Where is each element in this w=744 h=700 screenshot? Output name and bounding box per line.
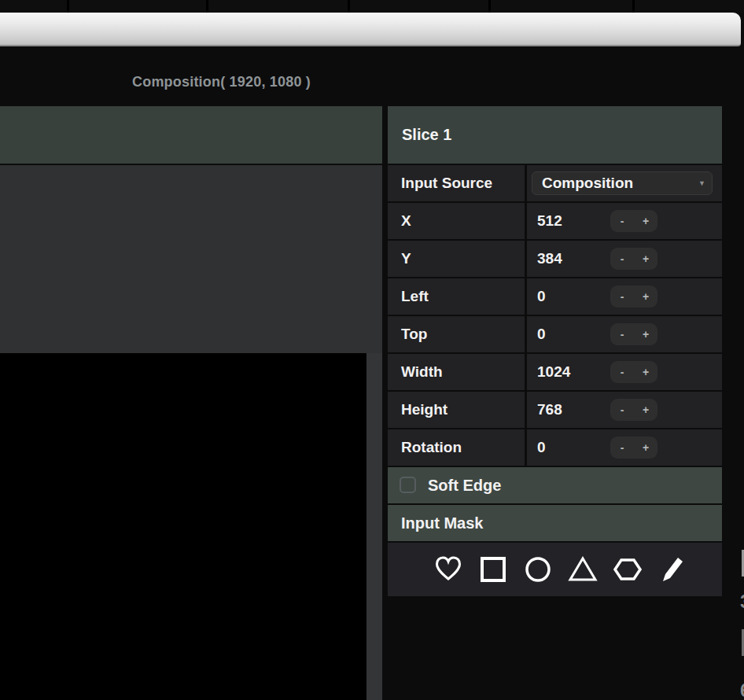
slice-field-row: Y 384 - + (388, 241, 722, 277)
stepper-plus-button[interactable]: + (634, 248, 657, 270)
advanced-output-window: Composition( 1920, 1080 ) Slice 1 Input … (0, 0, 744, 700)
stepper-plus-button[interactable]: + (634, 286, 657, 308)
value-stepper: - + (610, 399, 657, 421)
slice-field-rows: X 512 - + Y 384 - + Left 0 - + (388, 203, 722, 466)
stage-background-panel (0, 165, 382, 353)
square-icon (479, 555, 507, 584)
slice-field-row: Height 768 - + (388, 392, 722, 428)
square-mask-button[interactable] (479, 554, 507, 584)
slice-title: Slice 1 (388, 106, 722, 164)
top-tab-strip (0, 0, 744, 13)
stepper-minus-button[interactable]: - (610, 361, 634, 383)
field-value[interactable]: 768 (537, 401, 562, 418)
slice-properties-panel: Slice 1 Input Source Composition ▼ X 512… (388, 106, 722, 596)
clipped-edge-digit: 6 (740, 681, 744, 700)
hexagon-mask-button[interactable] (613, 554, 642, 584)
slice-field-row: Left 0 - + (388, 278, 722, 315)
top-tab[interactable] (350, 0, 491, 13)
field-label: X (388, 203, 525, 239)
field-value[interactable]: 0 (537, 439, 546, 456)
stepper-minus-button[interactable]: - (610, 437, 634, 459)
field-label: Top (388, 316, 525, 352)
value-stepper: - + (610, 361, 657, 383)
value-stepper: - + (610, 248, 657, 270)
slice-field-row: X 512 - + (388, 203, 722, 239)
stepper-plus-button[interactable]: + (634, 437, 657, 459)
field-value[interactable]: 0 (537, 326, 546, 343)
stepper-minus-button[interactable]: - (610, 399, 634, 421)
triangle-icon (568, 555, 598, 584)
circle-mask-button[interactable] (524, 554, 552, 584)
slice-field-row: Top 0 - + (388, 316, 722, 352)
stage-side-strip (366, 353, 382, 700)
heart-mask-button[interactable] (434, 554, 462, 584)
field-label: Height (388, 392, 525, 428)
value-stepper: - + (610, 437, 657, 459)
scrollbar-horizontal[interactable] (0, 13, 741, 46)
top-tab[interactable] (0, 0, 69, 13)
stepper-plus-button[interactable]: + (634, 210, 657, 232)
stepper-plus-button[interactable]: + (634, 361, 657, 383)
input-source-label: Input Source (388, 165, 525, 201)
soft-edge-row: Soft Edge (388, 467, 722, 503)
stepper-minus-button[interactable]: - (610, 210, 634, 232)
field-label: Y (388, 241, 525, 277)
stepper-minus-button[interactable]: - (610, 286, 634, 308)
circle-icon (524, 555, 552, 584)
input-source-dropdown[interactable]: Composition ▼ (532, 171, 713, 195)
triangle-mask-button[interactable] (569, 554, 597, 584)
pencil-mask-button[interactable] (658, 554, 687, 584)
value-stepper: - + (610, 323, 657, 345)
slice-field-row: Width 1024 - + (388, 354, 722, 390)
field-value[interactable]: 512 (537, 212, 562, 230)
top-tab[interactable] (635, 0, 744, 13)
stage-toolbar-panel (0, 106, 382, 164)
field-value[interactable]: 1024 (537, 363, 570, 381)
mask-shape-toolbar (388, 543, 722, 596)
value-stepper: - + (610, 286, 657, 308)
soft-edge-label: Soft Edge (428, 477, 501, 495)
pencil-icon (661, 555, 684, 584)
input-mask-header: Input Mask (388, 505, 722, 541)
stepper-minus-button[interactable]: - (610, 248, 634, 270)
heart-icon (434, 555, 462, 584)
top-tab[interactable] (208, 0, 350, 13)
field-value[interactable]: 384 (537, 250, 562, 267)
top-tab[interactable] (491, 0, 635, 13)
slice-field-row: Rotation 0 - + (388, 429, 722, 466)
output-preview-canvas[interactable] (0, 353, 366, 700)
field-label: Rotation (388, 429, 525, 466)
field-label: Width (388, 354, 525, 390)
top-tab[interactable] (69, 0, 208, 13)
value-stepper: - + (610, 210, 657, 232)
input-mask-label: Input Mask (401, 514, 483, 532)
input-source-value: Composition (542, 175, 633, 192)
field-label: Left (388, 278, 525, 315)
soft-edge-checkbox[interactable] (400, 477, 416, 493)
stepper-plus-button[interactable]: + (634, 399, 657, 421)
stepper-minus-button[interactable]: - (610, 323, 634, 345)
composition-title: Composition( 1920, 1080 ) (132, 74, 311, 90)
clipped-edge-digit: 3 (740, 592, 744, 611)
hexagon-icon (613, 555, 643, 584)
stepper-plus-button[interactable]: + (634, 323, 657, 345)
field-value[interactable]: 0 (537, 288, 546, 305)
input-source-row: Input Source Composition ▼ (388, 165, 722, 201)
chevron-down-icon: ▼ (698, 179, 705, 187)
